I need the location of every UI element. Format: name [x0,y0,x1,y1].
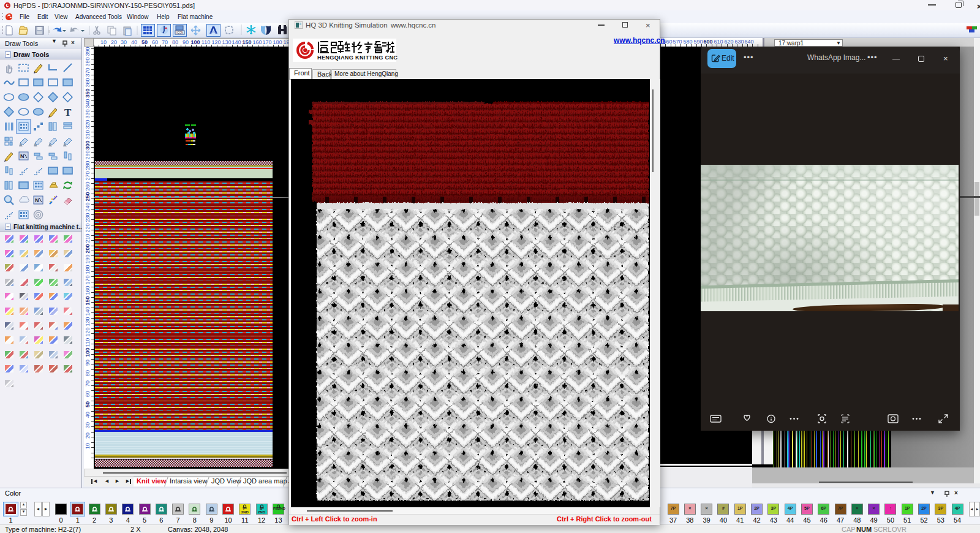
svg-text:ICON: ICON [176,31,183,34]
